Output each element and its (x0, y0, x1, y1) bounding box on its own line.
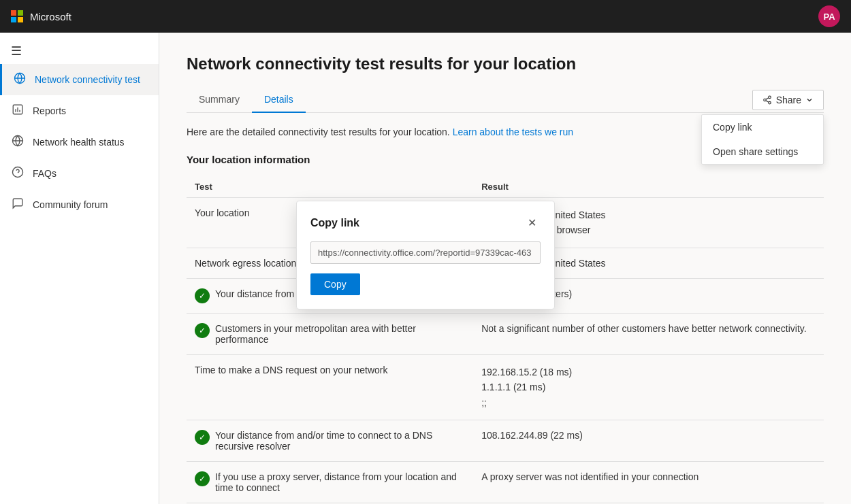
sidebar-item-network-connectivity-test[interactable]: Network connectivity test (0, 64, 159, 95)
modal-header: Copy link ✕ (310, 215, 541, 231)
hamburger-menu-button[interactable]: ☰ (0, 33, 159, 64)
tabs-bar: Summary Details Share (187, 87, 824, 113)
col-header-result: Result (473, 176, 824, 198)
copy-link-modal: Copy link ✕ https://connectivity.office.… (296, 201, 555, 309)
col-header-test: Test (187, 176, 473, 198)
check-icon: ✓ (195, 430, 210, 445)
topbar-left: Microsoft (11, 10, 71, 22)
test-label: Your distance from and/or time to connec… (215, 430, 465, 452)
faqs-icon (11, 166, 25, 181)
avatar[interactable]: PA (818, 5, 840, 27)
share-button[interactable]: Share (752, 90, 824, 110)
microsoft-logo (11, 10, 23, 22)
sidebar-item-label: FAQs (33, 168, 57, 179)
modal-url[interactable]: https://connectivity.office.com/?reporti… (310, 241, 541, 264)
check-icon: ✓ (195, 323, 210, 338)
svg-point-4 (768, 96, 771, 99)
test-cell: ✓Customers in your metropolitan area wit… (187, 313, 473, 354)
share-icon (762, 95, 772, 105)
topbar: Microsoft PA (0, 0, 851, 33)
table-row: ✓Your distance from and/or time to conne… (187, 420, 824, 461)
sidebar-item-label: Reports (33, 105, 66, 116)
svg-line-8 (766, 97, 769, 99)
share-dropdown-copy-link[interactable]: Copy link (702, 115, 823, 139)
brand-name: Microsoft (30, 11, 71, 22)
result-value: 192.168.15.2 (18 ms)1.1.1.1 (21 ms);; (481, 365, 816, 410)
reports-icon (11, 103, 25, 118)
sidebar-item-community-forum[interactable]: Community forum (0, 189, 159, 220)
forum-icon (11, 197, 25, 212)
network-icon (13, 72, 27, 87)
check-icon: ✓ (195, 288, 210, 303)
chevron-down-icon (805, 96, 814, 104)
modal-copy-button[interactable]: Copy (310, 273, 360, 295)
tabs-left: Summary Details (187, 87, 306, 112)
svg-line-7 (766, 100, 769, 101)
health-icon (11, 135, 25, 150)
result-cell: A proxy server was not identified in you… (473, 461, 824, 503)
share-label: Share (776, 95, 801, 105)
table-row: ✓Customers in your metropolitan area wit… (187, 313, 824, 354)
sidebar: ☰ Network connectivity test Reports (0, 33, 159, 504)
share-dropdown: Copy link Open share settings (701, 114, 824, 165)
svg-point-3 (13, 167, 23, 178)
svg-point-6 (768, 101, 771, 104)
learn-more-link[interactable]: Learn about the tests we run (453, 127, 573, 137)
result-cell: 192.168.15.2 (18 ms)1.1.1.1 (21 ms);; (473, 354, 824, 420)
modal-close-button[interactable]: ✕ (524, 215, 541, 231)
sidebar-item-label: Community forum (33, 199, 108, 210)
share-dropdown-open-settings[interactable]: Open share settings (702, 139, 823, 164)
tab-details[interactable]: Details (252, 87, 306, 113)
tab-summary[interactable]: Summary (187, 87, 252, 113)
sidebar-item-label: Network connectivity test (35, 74, 140, 85)
test-label: Customers in your metropolitan area with… (215, 323, 465, 345)
sidebar-item-faqs[interactable]: FAQs (0, 158, 159, 189)
page-title: Network connectivity test results for yo… (187, 54, 824, 73)
sidebar-item-network-health-status[interactable]: Network health status (0, 127, 159, 158)
test-cell: ✓If you use a proxy server, distance fro… (187, 461, 473, 503)
modal-title: Copy link (310, 217, 359, 229)
table-row: Time to make a DNS request on your netwo… (187, 354, 824, 420)
sidebar-item-label: Network health status (33, 137, 125, 148)
sidebar-item-reports[interactable]: Reports (0, 95, 159, 127)
check-icon: ✓ (195, 471, 210, 486)
table-row: ✓If you use a proxy server, distance fro… (187, 461, 824, 503)
test-cell: Time to make a DNS request on your netwo… (187, 354, 473, 420)
result-cell: Not a significant number of other custom… (473, 313, 824, 354)
test-cell: ✓Your distance from and/or time to conne… (187, 420, 473, 461)
svg-point-5 (763, 99, 766, 101)
test-label: If you use a proxy server, distance from… (215, 471, 465, 493)
result-cell: 108.162.244.89 (22 ms) (473, 420, 824, 461)
